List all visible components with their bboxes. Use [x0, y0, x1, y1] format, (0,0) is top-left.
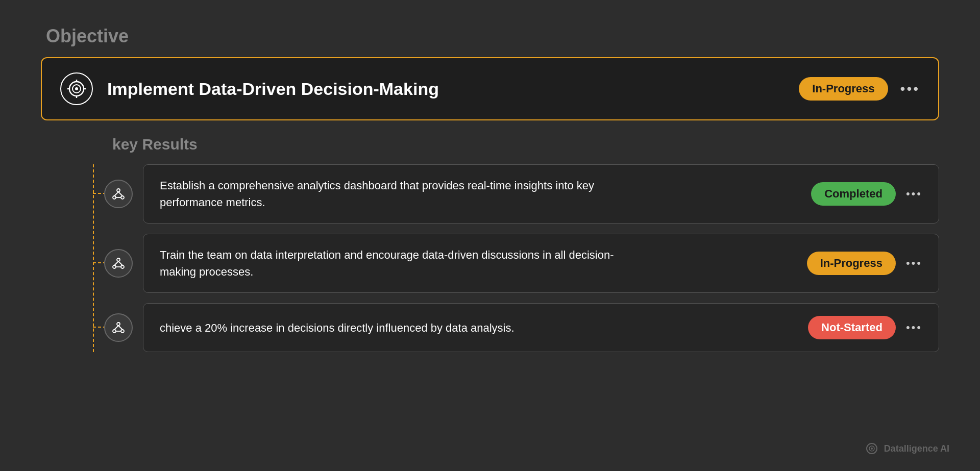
network-icon-3 [111, 320, 126, 335]
kr-right-1: Completed ••• [811, 182, 922, 206]
objective-card-right: In-Progress ••• [799, 77, 920, 101]
watermark: Datalligence AI [865, 441, 949, 456]
svg-point-20 [113, 330, 116, 333]
objective-title: Implement Data-Driven Decision-Making [107, 79, 439, 99]
svg-point-27 [871, 448, 873, 450]
kr-icon-3 [104, 313, 133, 342]
kr-right-3: Not-Started ••• [808, 316, 922, 339]
svg-line-17 [118, 261, 122, 265]
target-icon [67, 80, 86, 98]
kr-more-button-2[interactable]: ••• [906, 257, 922, 270]
objective-card-left: Implement Data-Driven Decision-Making [60, 72, 439, 105]
network-icon-1 [111, 187, 126, 201]
key-result-row-3: chieve a 20% increase in decisions direc… [71, 303, 939, 352]
kr-text-2: Train the team on data interpretation an… [160, 246, 619, 280]
svg-line-23 [118, 326, 122, 330]
svg-point-13 [117, 258, 120, 261]
svg-point-8 [113, 196, 116, 199]
svg-point-9 [121, 196, 124, 199]
objective-section-label: Objective [41, 26, 939, 47]
kr-more-button-3[interactable]: ••• [906, 321, 922, 334]
objective-icon [60, 72, 93, 105]
kr-card-3: chieve a 20% increase in decisions direc… [143, 303, 939, 352]
kr-right-2: In-Progress ••• [807, 252, 922, 275]
kr-status-badge-3: Not-Started [808, 316, 896, 339]
svg-point-21 [121, 330, 124, 333]
kr-more-button-1[interactable]: ••• [906, 187, 922, 201]
key-results-list: Establish a comprehensive analytics dash… [71, 164, 939, 352]
key-results-section: key Results Establish a comprehensive an… [41, 136, 939, 352]
key-result-row-2: Train the team on data interpretation an… [71, 234, 939, 293]
kr-status-badge-1: Completed [811, 182, 896, 206]
watermark-text: Datalligence AI [884, 443, 949, 454]
svg-point-19 [117, 323, 120, 326]
svg-line-11 [118, 192, 122, 196]
svg-point-15 [121, 265, 124, 268]
kr-icon-2 [104, 249, 133, 278]
key-result-row-1: Establish a comprehensive analytics dash… [71, 164, 939, 224]
kr-text-3: chieve a 20% increase in decisions direc… [160, 319, 514, 336]
objective-more-button[interactable]: ••• [900, 81, 920, 97]
svg-point-14 [113, 265, 116, 268]
svg-line-22 [114, 326, 118, 330]
svg-line-16 [114, 261, 118, 265]
svg-point-2 [75, 87, 78, 90]
kr-card-2: Train the team on data interpretation an… [143, 234, 939, 293]
svg-point-7 [117, 189, 120, 192]
objective-card: Implement Data-Driven Decision-Making In… [41, 57, 939, 120]
page-container: Objective Implement Data-Driven Decision… [0, 0, 980, 471]
svg-line-10 [114, 192, 118, 196]
kr-icon-1 [104, 180, 133, 208]
watermark-icon [865, 441, 879, 456]
objective-status-badge: In-Progress [799, 77, 888, 101]
kr-status-badge-2: In-Progress [807, 252, 896, 275]
kr-card-1: Establish a comprehensive analytics dash… [143, 164, 939, 224]
kr-text-1: Establish a comprehensive analytics dash… [160, 177, 619, 211]
network-icon-2 [111, 256, 126, 270]
key-results-label: key Results [71, 136, 939, 153]
